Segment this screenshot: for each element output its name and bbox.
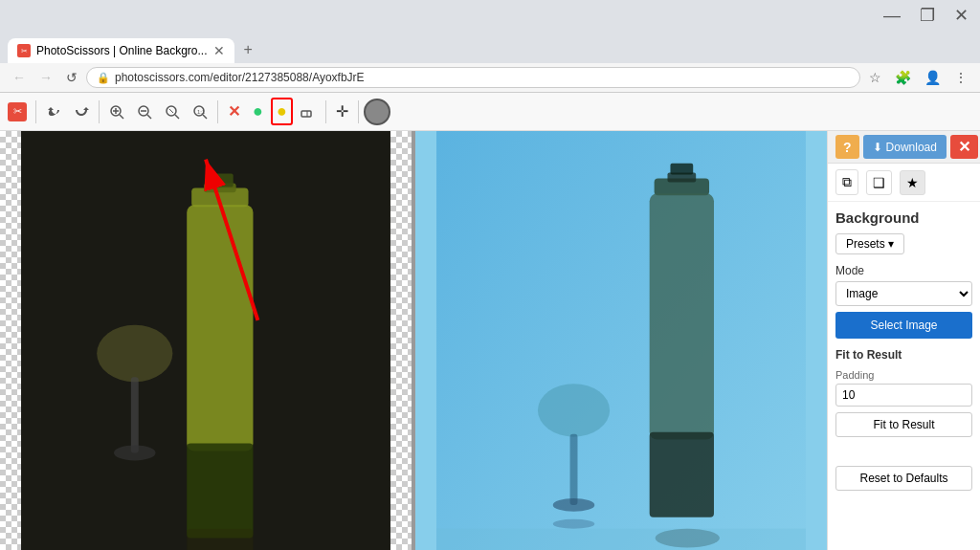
zoom-100-icon: 1:1: [192, 104, 208, 120]
zoom-out-icon: [137, 104, 152, 120]
header-action-buttons: ? ⬇ Download ✕: [828, 131, 980, 164]
browser-actions: ☆ 🧩 👤 ⋮: [864, 67, 972, 88]
padding-input[interactable]: [835, 384, 972, 407]
svg-rect-13: [301, 111, 311, 117]
nav-bar: ← → ↺ 🔒 photoscissors.com/editor/2127385…: [0, 63, 980, 93]
separator-3: [217, 100, 218, 123]
address-text: photoscissors.com/editor/2127385088/Ayox…: [115, 71, 850, 84]
address-bar[interactable]: 🔒 photoscissors.com/editor/2127385088/Ay…: [86, 67, 860, 88]
tab-star-button[interactable]: ★: [900, 170, 925, 195]
canvas-area: [0, 131, 827, 550]
svg-rect-32: [670, 164, 693, 175]
left-image-panel[interactable]: [0, 131, 415, 550]
mode-select[interactable]: Color Image Transparent: [835, 281, 972, 306]
download-label: Download: [886, 141, 937, 154]
svg-line-9: [169, 109, 173, 113]
svg-point-21: [97, 325, 172, 382]
svg-rect-29: [650, 193, 714, 439]
red-brush-button[interactable]: ●: [271, 98, 293, 125]
app-logo: ✂: [8, 102, 27, 121]
tab-copy2-button[interactable]: ❑: [866, 170, 892, 195]
help-button[interactable]: ?: [835, 135, 859, 159]
download-button[interactable]: ⬇ Download: [863, 135, 947, 159]
svg-line-12: [203, 115, 207, 119]
svg-line-3: [120, 115, 123, 119]
svg-line-8: [175, 115, 179, 119]
lock-icon: 🔒: [97, 72, 110, 84]
close-app-button[interactable]: ✕: [950, 135, 978, 159]
tab-bar: ✂ PhotoScissors | Online Backgro... ✕ +: [0, 31, 980, 63]
fit-to-result-button[interactable]: Fit to Result: [835, 412, 972, 437]
separator-5: [358, 100, 359, 123]
svg-rect-24: [187, 529, 253, 550]
presets-label: Presets ▾: [846, 237, 894, 251]
svg-rect-17: [187, 205, 253, 451]
cancel-button[interactable]: ✕: [223, 99, 245, 123]
svg-rect-34: [570, 434, 578, 505]
menu-button[interactable]: ⋮: [949, 67, 972, 88]
large-bottle: [187, 174, 253, 539]
svg-point-35: [553, 498, 595, 512]
minimize-button[interactable]: —: [880, 6, 904, 26]
app-container: ✂ 1:1 ✕ ● ● ✛: [0, 93, 980, 550]
highlighted-tool-group: ●: [271, 98, 293, 125]
refresh-button[interactable]: ↺: [61, 67, 82, 88]
back-button[interactable]: ←: [8, 67, 31, 88]
active-tab[interactable]: ✂ PhotoScissors | Online Backgro... ✕: [8, 38, 234, 63]
right-image-svg: [415, 131, 827, 550]
svg-rect-30: [650, 432, 714, 517]
zoom-100-button[interactable]: 1:1: [188, 101, 212, 122]
move-button[interactable]: ✛: [331, 99, 353, 123]
svg-point-37: [553, 519, 595, 529]
svg-rect-20: [207, 174, 234, 187]
new-tab-button[interactable]: +: [234, 36, 262, 63]
panel-title: Background: [835, 209, 972, 226]
svg-text:1:1: 1:1: [197, 109, 206, 115]
zoom-out-button[interactable]: [132, 101, 157, 122]
fit-section-title: Fit to Result: [835, 348, 972, 362]
window-action-buttons[interactable]: — ❐ ✕: [880, 5, 972, 26]
download-icon: ⬇: [873, 141, 882, 154]
right-image-panel[interactable]: [415, 131, 827, 550]
eraser-button[interactable]: [296, 101, 321, 122]
svg-rect-22: [131, 377, 139, 452]
svg-point-33: [538, 384, 610, 436]
tab-copy-button[interactable]: ⧉: [835, 169, 858, 195]
extensions-button[interactable]: 🧩: [890, 67, 916, 88]
right-image-content: [415, 131, 827, 550]
restore-button[interactable]: ❐: [916, 5, 939, 26]
background-section: Background Presets ▾ Mode Color Image Tr…: [828, 202, 980, 498]
right-panel: ? ⬇ Download ✕ ⧉ ❑ ★ Back: [827, 131, 980, 550]
layers-icon: ❑: [873, 175, 885, 190]
close-button[interactable]: ✕: [950, 5, 972, 26]
select-image-button[interactable]: Select Image: [835, 312, 972, 339]
left-image-overlay: [0, 131, 412, 550]
zoom-in-button[interactable]: [104, 101, 129, 122]
redo-button[interactable]: [69, 101, 94, 122]
svg-rect-27: [436, 131, 806, 550]
color-picker-circle[interactable]: [364, 99, 390, 125]
zoom-fit-button[interactable]: [160, 101, 185, 122]
svg-line-6: [147, 115, 151, 119]
svg-point-23: [114, 446, 156, 461]
separator-1: [35, 100, 36, 123]
panel-tabs: ⧉ ❑ ★: [828, 164, 980, 202]
undo-button[interactable]: [41, 101, 66, 122]
green-brush-button[interactable]: ●: [248, 99, 268, 124]
star-icon: ★: [906, 175, 919, 190]
tab-title: PhotoScissors | Online Backgro...: [36, 44, 208, 57]
separator-4: [325, 100, 326, 123]
tab-close-button[interactable]: ✕: [213, 43, 225, 58]
presets-button[interactable]: Presets ▾: [835, 233, 904, 254]
eraser-icon: [301, 104, 316, 120]
forward-button[interactable]: →: [34, 67, 57, 88]
toolbar: ✂ 1:1 ✕ ● ● ✛: [0, 93, 980, 131]
redo-icon: [74, 104, 89, 120]
tab-favicon: ✂: [17, 44, 31, 57]
reset-defaults-button[interactable]: Reset to Defaults: [835, 466, 972, 491]
bookmarks-button[interactable]: ☆: [864, 67, 886, 88]
left-image-svg: [0, 131, 412, 550]
svg-rect-38: [436, 529, 806, 550]
main-area: ? ⬇ Download ✕ ⧉ ❑ ★ Back: [0, 131, 980, 550]
profile-button[interactable]: 👤: [920, 67, 946, 88]
